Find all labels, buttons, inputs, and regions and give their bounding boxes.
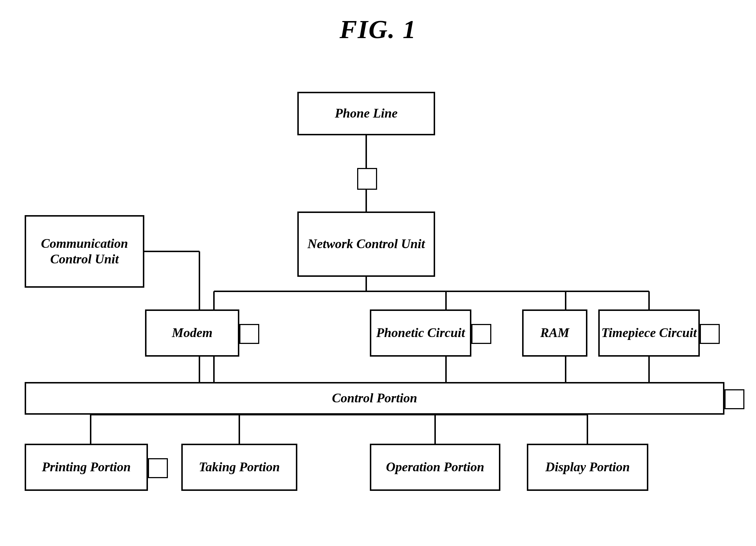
page-title: FIG. 1 <box>0 0 756 56</box>
control-portion-box: Control Portion <box>25 382 724 415</box>
diagram: Phone Line Network Control Unit Communic… <box>0 56 756 542</box>
network-control-unit-box: Network Control Unit <box>297 212 435 277</box>
modem-connector <box>239 324 259 344</box>
timepiece-circuit-box: Timepiece Circuit <box>598 309 700 357</box>
taking-portion-box: Taking Portion <box>181 444 297 491</box>
ram-box: RAM <box>522 309 587 357</box>
communication-control-unit-box: Communication Control Unit <box>25 215 144 288</box>
phonetic-circuit-connector <box>471 324 491 344</box>
printing-portion-box: Printing Portion <box>25 444 148 491</box>
display-portion-box: Display Portion <box>527 444 648 491</box>
phone-line-connector <box>357 168 377 190</box>
phonetic-circuit-box: Phonetic Circuit <box>370 309 471 357</box>
phone-line-box: Phone Line <box>297 92 435 135</box>
printing-portion-connector <box>148 458 168 478</box>
modem-box: Modem <box>145 309 239 357</box>
operation-portion-box: Operation Portion <box>370 444 500 491</box>
control-portion-connector <box>724 389 744 409</box>
timepiece-circuit-connector <box>700 324 720 344</box>
